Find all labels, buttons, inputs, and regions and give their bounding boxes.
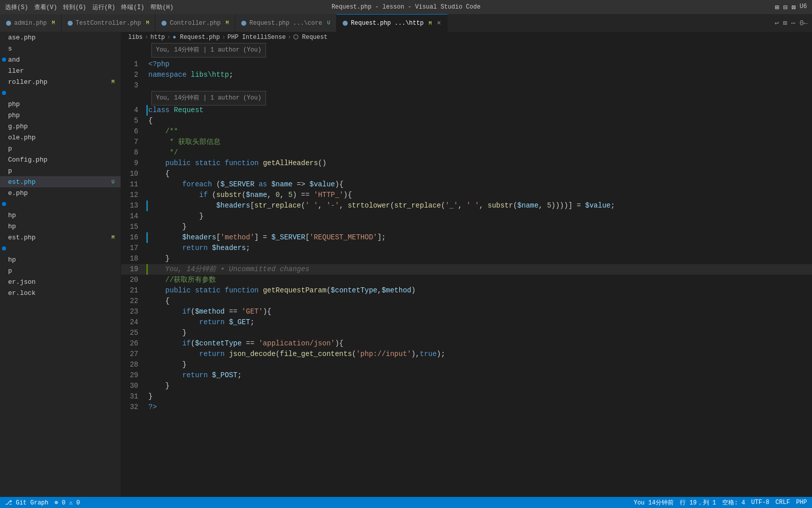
sidebar-item-dot3[interactable] [0, 243, 121, 254]
sidebar-item-p1[interactable]: p [0, 143, 121, 154]
tab-request-http[interactable]: Request.php ...\http M × [337, 14, 447, 32]
status-spaces[interactable]: 空格: 4 [722, 498, 745, 507]
code-line-23[interactable]: 23 if($method == 'GET'){ [121, 307, 812, 317]
menu-terminal[interactable]: 终端(I) [121, 3, 144, 12]
status-author[interactable]: You 14分钟前 [634, 498, 674, 507]
history-back-icon[interactable]: ↩ [775, 19, 779, 27]
code-line-10[interactable]: 10 { [121, 169, 812, 179]
tab-admin-php[interactable]: admin.php M [0, 14, 62, 32]
tab-controller[interactable]: Controller.php M [155, 14, 235, 32]
tab-request-core[interactable]: Request.php ...\core U [235, 14, 337, 32]
code-line-14[interactable]: 14 } [121, 211, 812, 222]
breadcrumb-request[interactable]: ● Request.php [173, 34, 220, 41]
status-errors[interactable]: ⊗ 0 ⚠ 0 [55, 499, 80, 506]
code-line-25[interactable]: 25 } [121, 328, 812, 338]
status-git-graph[interactable]: ⎇ Git Graph [5, 499, 48, 506]
code-line-3[interactable]: 3 [121, 80, 812, 91]
code-line-12[interactable]: 12 if (substr($name, 0, 5) == 'HTTP_'){ [121, 190, 812, 200]
sidebar-item-est2[interactable]: est.php M [0, 232, 121, 243]
status-bar: ⎇ Git Graph ⊗ 0 ⚠ 0 You 14分钟前 行 19，列 1 空… [0, 497, 812, 508]
code-line-22[interactable]: 22 { [121, 296, 812, 307]
line-num-30: 30 [121, 381, 146, 391]
menu-run[interactable]: 运行(R) [92, 3, 116, 12]
sidebar-item-e[interactable]: e.php [0, 187, 121, 198]
layout-icon[interactable]: ⊞ [775, 3, 779, 12]
code-line-30[interactable]: 30 } [121, 381, 812, 391]
code-line-15[interactable]: 15 } [121, 222, 812, 232]
status-language[interactable]: PHP [796, 499, 807, 506]
code-line-13[interactable]: 13 $headers[str_replace(' ', '-', strtol… [121, 200, 812, 211]
sidebar-item-lock[interactable]: er.lock [0, 287, 121, 298]
code-line-28[interactable]: 28 } [121, 360, 812, 370]
window-controls[interactable]: ⊞ ⊟ ⊠ U6 [775, 3, 807, 12]
code-line-24[interactable]: 24 return $_GET; [121, 317, 812, 328]
menu-bar[interactable]: 选择(S) 查看(V) 转到(G) 运行(R) 终端(I) 帮助(H) [5, 3, 174, 12]
tab-testcontroller[interactable]: TestController.php M [62, 14, 156, 32]
sidebar-item-est1[interactable]: est.php U [0, 176, 121, 187]
sidebar-item-hp3[interactable]: hp [0, 254, 121, 265]
breadcrumb-libs[interactable]: libs [128, 34, 143, 41]
breadcrumb-intellisense[interactable]: PHP IntelliSense [228, 34, 286, 41]
sidebar-item-ole[interactable]: ole.php [0, 132, 121, 143]
code-line-26[interactable]: 26 if($contetType == 'application/json')… [121, 338, 812, 349]
sidebar-item-dot2[interactable] [0, 198, 121, 210]
git-modified-16 [146, 232, 148, 243]
sidebar-item-p3[interactable]: p [0, 265, 121, 276]
breadcrumb-http[interactable]: http [150, 34, 165, 41]
status-encoding[interactable]: UTF-8 [751, 499, 770, 506]
code-line-8[interactable]: 8 */ [121, 147, 812, 158]
code-line-17[interactable]: 17 return $headers; [121, 243, 812, 253]
code-line-7[interactable]: 7 * 获取头部信息 [121, 137, 812, 147]
menu-view[interactable]: 查看(V) [34, 3, 58, 12]
code-line-20[interactable]: 20 //获取所有参数 [121, 275, 812, 285]
code-editor[interactable]: You, 14分钟前 | 1 author (You) 1 <?php 2 na… [121, 43, 812, 413]
tab-actions[interactable]: ↩ ⊞ ⋯ 0← [775, 14, 812, 32]
status-eol[interactable]: CRLF [776, 499, 790, 506]
code-line-4[interactable]: 4 class Request [121, 105, 812, 116]
status-line-col[interactable]: 行 19，列 1 [680, 498, 716, 507]
line-content-2: namespace libs\http; [146, 70, 812, 80]
code-line-29[interactable]: 29 return $_POST; [121, 370, 812, 381]
sidebar-item-ase[interactable]: ase.php [0, 32, 121, 43]
code-line-1[interactable]: 1 <?php [121, 59, 812, 70]
sidebar-item-config[interactable]: Config.php [0, 154, 121, 165]
sidebar-item-s[interactable]: s [0, 43, 121, 54]
code-line-19[interactable]: 19 You, 14分钟前 • Uncommitted changes [121, 264, 812, 275]
code-line-21[interactable]: 21 public static function getRequestPara… [121, 285, 812, 296]
tab-label-request-core: Request.php ...\core [249, 20, 322, 27]
more-actions-icon[interactable]: ⋯ [791, 19, 795, 27]
sidebar-item-ller[interactable]: ller [0, 65, 121, 76]
sidebar-item-hp1[interactable]: hp [0, 210, 121, 221]
sidebar-item-hp2[interactable]: hp [0, 221, 121, 232]
menu-goto[interactable]: 转到(G) [63, 3, 86, 12]
code-line-2[interactable]: 2 namespace libs\http; [121, 70, 812, 80]
split-icon[interactable]: ⊞ [783, 19, 787, 27]
tab-label-testcontroller: TestController.php [76, 20, 141, 27]
sidebar-item-dot1[interactable] [0, 87, 121, 98]
sidebar-item-p2[interactable]: p [0, 165, 121, 176]
code-line-16[interactable]: 16 $headers['method'] = $_SERVER['REQUES… [121, 232, 812, 243]
menu-select[interactable]: 选择(S) [5, 3, 28, 12]
code-line-18[interactable]: 18 } [121, 253, 812, 264]
layout2-icon[interactable]: ⊟ [783, 3, 787, 12]
sidebar-item-json[interactable]: er.json [0, 276, 121, 287]
code-line-5[interactable]: 5 { [121, 116, 812, 126]
tab-close-button[interactable]: × [437, 19, 441, 27]
code-line-27[interactable]: 27 return json_decode(file_get_contents(… [121, 349, 812, 360]
sidebar-item-and[interactable]: and [0, 54, 121, 65]
layout3-icon[interactable]: ⊠ [791, 3, 795, 12]
settings-icon[interactable]: 0← [799, 19, 808, 27]
menu-help[interactable]: 帮助(H) [150, 3, 174, 12]
sidebar-item-roller[interactable]: roller.php M [0, 76, 121, 87]
code-line-9[interactable]: 9 public static function getAllHeaders() [121, 158, 812, 169]
code-line-6[interactable]: 6 /** [121, 126, 812, 137]
editor-area: libs › http › ● Request.php › PHP Intell… [121, 32, 812, 497]
code-line-11[interactable]: 11 foreach ($_SERVER as $name => $value)… [121, 179, 812, 190]
sidebar-item-g[interactable]: g.php [0, 121, 121, 132]
code-line-31[interactable]: 31 } [121, 391, 812, 402]
sidebar-item-php2[interactable]: php [0, 110, 121, 121]
sidebar-item-php1[interactable]: php [0, 98, 121, 110]
line-content-28: } [146, 360, 812, 370]
breadcrumb-class[interactable]: ⬡ Request [293, 33, 328, 41]
code-line-32[interactable]: 32 ?> [121, 402, 812, 413]
